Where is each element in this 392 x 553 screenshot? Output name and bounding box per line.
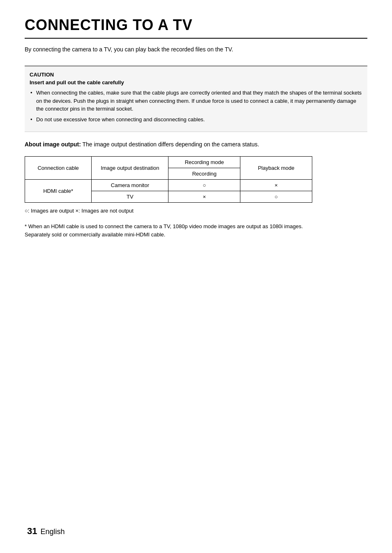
caution-bullet-2: Do not use excessive force when connecti…	[30, 116, 362, 124]
page-footer: 31English	[25, 526, 65, 537]
col-header-recording-sub: Recording	[168, 168, 240, 180]
col-header-recording-mode: Recording mode	[168, 157, 240, 168]
about-image-description: The image output destination differs dep…	[83, 141, 259, 148]
col-header-playback: Playback mode	[240, 157, 312, 180]
col-header-image: Image output destination	[92, 157, 168, 180]
table-row-1: HDMI cable* Camera monitor ○ ×	[25, 180, 312, 191]
language-label: English	[40, 528, 65, 536]
page-number: 31	[27, 526, 37, 536]
intro-text: By connecting the camera to a TV, you ca…	[25, 45, 367, 54]
caution-subtitle: Insert and pull out the cable carefully	[30, 79, 362, 86]
destination-2: TV	[92, 191, 168, 203]
caution-bullet-1: When connecting the cables, make sure th…	[30, 89, 362, 113]
caution-label: CAUTION	[30, 72, 362, 78]
recording-2: ×	[168, 191, 240, 203]
page-title: CONNECTING TO A TV	[25, 16, 367, 39]
cable-label: HDMI cable*	[25, 180, 92, 203]
caution-list: When connecting the cables, make sure th…	[30, 89, 362, 123]
table-legend: ○: Images are output ×: Images are not o…	[25, 207, 367, 215]
about-image-text: About image output: The image output des…	[25, 140, 367, 149]
footnote: * When an HDMI cable is used to connect …	[25, 222, 367, 240]
playback-1: ×	[240, 180, 312, 191]
destination-1: Camera monitor	[92, 180, 168, 191]
playback-2: ○	[240, 191, 312, 203]
output-table: Connection cable Image output destinatio…	[25, 156, 312, 203]
col-header-connection: Connection cable	[25, 157, 92, 180]
recording-1: ○	[168, 180, 240, 191]
caution-section: CAUTION Insert and pull out the cable ca…	[25, 65, 367, 132]
about-image-label: About image output:	[25, 141, 81, 148]
